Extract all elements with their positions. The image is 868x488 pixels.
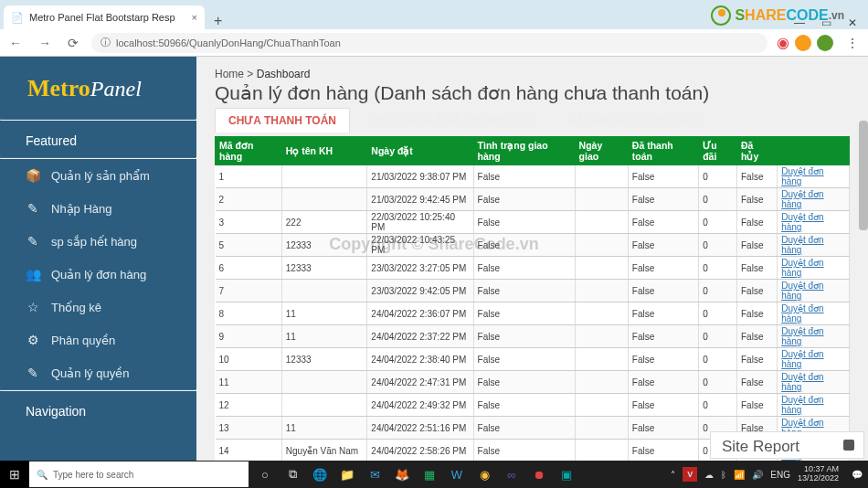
search-placeholder: Type here to search: [53, 470, 133, 480]
table-cell: 0: [699, 302, 737, 325]
table-cell: False: [628, 417, 698, 440]
approve-order-link[interactable]: Duyệt đơn hàng: [781, 166, 823, 186]
excel-icon[interactable]: ▦: [417, 461, 442, 487]
table-cell: 0: [699, 211, 737, 234]
approve-order-link[interactable]: Duyệt đơn hàng: [781, 372, 823, 392]
search-icon: 🔍: [37, 470, 48, 480]
table-cell: 11: [281, 417, 367, 440]
table-cell: 0: [699, 348, 737, 371]
close-icon[interactable]: ×: [192, 12, 197, 23]
url-text: localhost:50966/QuanlyDonHang/ChuaThanhT…: [116, 37, 341, 48]
browser-tab[interactable]: 📄 Metro Panel Flat Bootstarp Resp ×: [4, 5, 205, 29]
table-cell: 11: [281, 302, 367, 325]
sidebar-item-6[interactable]: ✎Quản lý quyền: [0, 356, 196, 389]
table-cell: [575, 394, 628, 417]
breadcrumb-home[interactable]: Home: [215, 68, 244, 80]
sidebar-item-0[interactable]: 📦Quản lý sản phẩm: [0, 159, 196, 192]
approve-order-link[interactable]: Duyệt đơn hàng: [781, 189, 823, 209]
sidebar-item-4[interactable]: ☆Thống kê: [0, 291, 196, 324]
menu-icon: ✎: [26, 366, 40, 380]
close-window-icon[interactable]: ✕: [848, 16, 857, 29]
tray-app-icon[interactable]: V: [683, 467, 697, 482]
menu-icon[interactable]: ⋮: [842, 36, 863, 50]
table-cell: [281, 371, 367, 394]
table-row: 81124/04/2022 2:36:07 PMFalseFalse0False…: [216, 302, 850, 325]
tab-1[interactable]: CHƯA GIAO & ĐÃ THANH TOÁN: [355, 108, 550, 133]
reload-icon[interactable]: ⟳: [64, 36, 82, 50]
firefox-icon[interactable]: 🦊: [389, 461, 415, 487]
tray-chevron-icon[interactable]: ˄: [671, 470, 675, 480]
address-bar[interactable]: ⓘ localhost:50966/QuanlyDonHang/ChuaThan…: [91, 33, 767, 53]
table-cell: False: [737, 280, 778, 302]
breadcrumb: Home > Dashboard: [215, 68, 850, 80]
approve-order-link[interactable]: Duyệt đơn hàng: [781, 326, 823, 346]
menu-label: Quản lý đơn hàng: [51, 268, 146, 281]
sidebar-section-navigation: Navigation: [0, 391, 196, 419]
column-header: Đã thanh toán: [628, 137, 698, 165]
volume-icon[interactable]: 🔊: [752, 470, 763, 480]
main-content: Home > Dashboard Quản lý đơn hàng (Danh …: [196, 57, 868, 461]
approve-order-link[interactable]: Duyệt đơn hàng: [781, 281, 823, 301]
approve-order-link[interactable]: Duyệt đơn hàng: [781, 235, 823, 255]
windows-taskbar: ⊞ 🔍 Type here to search ○ ⧉ 🌐 📁 ✉ 🦊 ▦ W …: [0, 461, 868, 488]
site-report-panel[interactable]: Site Report: [710, 431, 864, 459]
tab-0[interactable]: CHƯA THANH TOÁN: [215, 108, 350, 133]
approve-order-link[interactable]: Duyệt đơn hàng: [781, 303, 823, 324]
table-cell: 24/04/2022 2:37:22 PM: [367, 325, 473, 348]
column-header: Ưu đãi: [699, 137, 737, 165]
sidebar-item-3[interactable]: 👥Quản lý đơn hàng: [0, 258, 196, 291]
network-icon[interactable]: 📶: [734, 470, 745, 480]
mail-icon[interactable]: ✉: [362, 461, 387, 487]
table-cell: 12333: [281, 234, 367, 257]
sidebar-item-1[interactable]: ✎Nhập Hàng: [0, 192, 196, 225]
extensions-area: ◉: [777, 34, 833, 51]
table-cell: False: [737, 188, 778, 211]
new-tab-button[interactable]: +: [205, 13, 231, 29]
table-cell: False: [473, 280, 575, 302]
table-row: 91124/04/2022 2:37:22 PMFalseFalse0False…: [216, 325, 850, 348]
table-cell: False: [473, 302, 575, 325]
table-cell: 0: [699, 165, 737, 188]
app-icon[interactable]: ▣: [554, 461, 579, 487]
scrollbar-thumb[interactable]: [859, 121, 868, 230]
start-button[interactable]: ⊞: [0, 461, 29, 488]
onedrive-icon[interactable]: ☁: [704, 470, 714, 480]
forward-icon[interactable]: →: [35, 36, 55, 50]
site-report-toggle-icon[interactable]: [843, 440, 854, 451]
taskbar-search[interactable]: 🔍 Type here to search: [29, 461, 249, 487]
table-cell: 12: [216, 394, 282, 417]
edge-icon[interactable]: 🌐: [307, 461, 333, 487]
tab-2[interactable]: ĐÃ GIAO & THANH TOÁN: [556, 108, 715, 133]
sidebar-item-2[interactable]: ✎sp sắp hết hàng: [0, 225, 196, 258]
approve-order-link[interactable]: Duyệt đơn hàng: [781, 395, 823, 415]
extension-icon[interactable]: [795, 35, 811, 51]
approve-order-link[interactable]: Duyệt đơn hàng: [781, 212, 823, 232]
app-logo: MetroPanel: [0, 66, 196, 119]
task-view-icon[interactable]: ⧉: [280, 461, 305, 487]
visualstudio-icon[interactable]: ∞: [499, 461, 524, 487]
column-header: Ngày giao: [575, 137, 628, 165]
record-icon[interactable]: ⏺: [526, 461, 552, 487]
taskbar-clock[interactable]: 10:37 AM 13/12/2022: [798, 465, 844, 483]
notifications-icon[interactable]: 💬: [852, 470, 863, 480]
language-indicator[interactable]: ENG: [770, 470, 790, 480]
approve-order-link[interactable]: Duyệt đơn hàng: [781, 349, 823, 369]
table-cell: 24/04/2022 2:49:32 PM: [367, 394, 473, 417]
word-icon[interactable]: W: [444, 461, 470, 487]
table-row: 1224/04/2022 2:49:32 PMFalseFalse0FalseD…: [216, 394, 850, 417]
page-title: Quản lý đơn hàng (Danh sách đơn hàng chư…: [215, 82, 850, 104]
sidebar-item-5[interactable]: ⚙Phân quyền: [0, 324, 196, 356]
back-icon[interactable]: ←: [5, 36, 26, 50]
extension-icon[interactable]: ◉: [777, 34, 789, 51]
table-cell: [575, 325, 628, 348]
bluetooth-icon[interactable]: ᛒ: [721, 470, 726, 480]
extension-icon[interactable]: [817, 35, 833, 51]
table-cell: 14: [216, 440, 282, 461]
cortana-icon[interactable]: ○: [252, 461, 278, 487]
approve-order-link[interactable]: Duyệt đơn hàng: [781, 258, 823, 278]
explorer-icon[interactable]: 📁: [334, 461, 360, 487]
table-cell: [281, 188, 367, 211]
table-cell: False: [473, 165, 575, 188]
breadcrumb-active: Dashboard: [257, 68, 311, 80]
chrome-icon[interactable]: ◉: [471, 461, 497, 487]
